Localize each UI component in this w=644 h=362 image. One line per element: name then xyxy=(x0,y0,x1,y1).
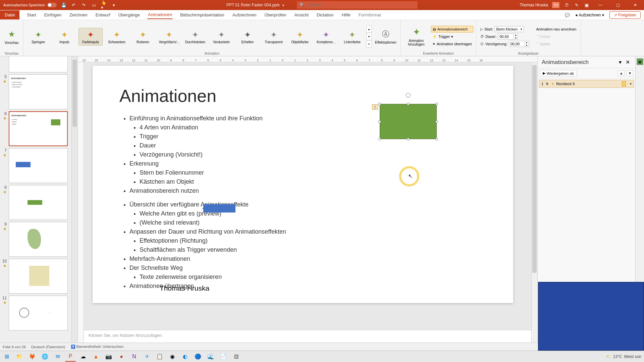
app-icon[interactable]: ⊡ xyxy=(231,352,241,362)
app-icon[interactable]: ● xyxy=(116,352,127,362)
effect-linienfarbe[interactable]: ✦Linienfarbe xyxy=(340,28,364,45)
touch-mode-icon[interactable]: 👆▾ xyxy=(101,2,107,8)
maximize-button[interactable]: ▢ xyxy=(611,0,625,10)
down-icon[interactable]: ▼ xyxy=(366,33,372,40)
accessibility-checker[interactable]: ♿ Barrierefreiheit: Untersuchen xyxy=(71,345,124,349)
tab-slideshow[interactable]: Bildschirmpräsentation xyxy=(179,11,225,19)
trigger-button[interactable]: ⚡Trigger ▾ xyxy=(431,33,473,40)
explorer-icon[interactable]: 📁 xyxy=(14,352,25,362)
thumb-scrollbar[interactable] xyxy=(71,56,77,343)
chrome-icon[interactable]: 🌐 xyxy=(40,352,50,362)
slide-counter[interactable]: Folie 6 von 26 xyxy=(3,345,26,349)
resize-handle[interactable] xyxy=(378,120,381,123)
pen-icon[interactable]: ✎ xyxy=(574,2,580,8)
tab-review[interactable]: Überprüfen xyxy=(264,11,287,19)
tab-start[interactable]: Start xyxy=(26,11,37,19)
resize-handle[interactable] xyxy=(435,103,438,105)
outlook-icon[interactable]: ✉ xyxy=(52,352,63,362)
arrow-shape[interactable] xyxy=(203,204,235,213)
duration-spinner[interactable]: ▲▼ xyxy=(498,34,518,40)
effect-options-button[interactable]: Ⓐ Effektoptionen xyxy=(374,28,398,46)
animation-entry[interactable]: 1 🖱 ✦ Rechteck 9 ▾ xyxy=(539,80,634,88)
close-pane-icon[interactable]: ✕ xyxy=(624,59,631,65)
tab-view[interactable]: Ansicht xyxy=(293,11,309,19)
toggle-off-icon[interactable] xyxy=(47,3,57,7)
animation-painter-button[interactable]: ✦Animation übertragen xyxy=(431,41,473,47)
window-icon[interactable]: ▣ xyxy=(584,2,590,8)
gallery-scroll[interactable]: ▲▼▾ xyxy=(366,25,372,48)
delay-spinner[interactable]: ▲▼ xyxy=(509,41,529,47)
preview-button[interactable]: ★ Vorschau xyxy=(2,27,22,46)
slide-thumb-7[interactable] xyxy=(9,148,68,183)
effect-objektfarbe[interactable]: ✦Objektfarbe xyxy=(288,28,312,45)
app-icon[interactable]: 🔵 xyxy=(193,352,203,362)
firefox-icon[interactable]: 🦊 xyxy=(27,352,38,362)
effect-rotieren[interactable]: ✦Rotieren xyxy=(131,28,155,45)
telegram-icon[interactable]: ✈ xyxy=(142,352,152,362)
slide-thumb-9[interactable] xyxy=(9,222,68,257)
effect-durchtraenken[interactable]: ✦Durchtränken xyxy=(183,28,207,45)
start-select[interactable]: Beim Klicken xyxy=(494,26,524,32)
notes-pane[interactable]: Klicken Sie, um Notizen hinzuzufügen xyxy=(84,330,531,343)
comments-icon[interactable]: 💬 xyxy=(565,13,570,17)
vlc-icon[interactable]: ▲ xyxy=(91,352,101,362)
save-icon[interactable]: 💾 xyxy=(61,2,67,8)
qat-more-icon[interactable]: ▾ xyxy=(111,2,117,8)
effect-springen[interactable]: ✦Springen xyxy=(26,28,50,45)
tab-dictation[interactable]: Dictation xyxy=(316,11,334,19)
more-icon[interactable]: ▾ xyxy=(366,40,372,48)
slide-thumb[interactable] xyxy=(9,56,68,72)
edge-icon[interactable]: 🌊 xyxy=(205,352,216,362)
tab-help[interactable]: Hilfe xyxy=(341,11,351,19)
effect-transparent[interactable]: ✦Transparent xyxy=(262,28,286,45)
slide-canvas[interactable]: Animationen Einführung in Animationseffe… xyxy=(93,66,513,303)
onenote-icon[interactable]: N xyxy=(129,352,140,362)
redo-icon[interactable]: ↷ xyxy=(81,2,87,8)
close-button[interactable]: ✕ xyxy=(629,0,642,10)
move-down-icon[interactable]: ▼ xyxy=(627,70,633,76)
play-from-button[interactable]: ▶ Wiedergeben ab xyxy=(540,70,577,76)
effect-verdunkeln[interactable]: ✦Verdunkeln xyxy=(209,28,233,45)
from-beginning-icon[interactable]: ▭ xyxy=(91,2,97,8)
effect-vergroessern[interactable]: ✦Vergrößern/... xyxy=(157,28,181,45)
slide-thumb-5[interactable]: Animationen• Lorem ipsum• dolor sit amet… xyxy=(9,74,68,109)
undo-icon[interactable]: ↶ xyxy=(71,2,77,8)
animation-pane-button[interactable]: ▤Animationsbereich xyxy=(431,26,473,33)
obs-icon[interactable]: ◉ xyxy=(167,352,178,362)
content-placeholder[interactable]: Einführung in Animationseffekte und ihre… xyxy=(119,114,486,291)
resize-handle[interactable] xyxy=(407,103,410,105)
tab-record[interactable]: Aufzeichnen xyxy=(232,11,257,19)
effect-kompleme[interactable]: ✦Kompleme... xyxy=(314,28,338,45)
history-icon[interactable]: ⏱ xyxy=(564,2,570,8)
up-icon[interactable]: ▲ xyxy=(366,25,372,33)
effect-impuls[interactable]: ✦Impuls xyxy=(52,28,76,45)
resize-handle[interactable] xyxy=(378,103,381,105)
start-menu-icon[interactable]: ⊞ xyxy=(1,352,12,362)
app-icon[interactable]: 📄 xyxy=(218,352,229,362)
rectangle-shape[interactable]: 1 xyxy=(380,104,437,139)
tab-transitions[interactable]: Übergänge xyxy=(118,11,141,19)
down-icon[interactable]: ▼ xyxy=(525,44,529,47)
tool-icon[interactable]: ▦ xyxy=(637,58,643,65)
powerpoint-icon[interactable]: P xyxy=(65,352,76,362)
share-button[interactable]: ↗ Freigeben xyxy=(609,11,641,19)
scroll-thumb[interactable] xyxy=(532,65,537,273)
slide-thumb-6[interactable]: Animationen• Lorem• ipsum• dolor xyxy=(9,111,68,146)
tab-file[interactable]: Datei xyxy=(0,10,19,19)
effect-erhellen[interactable]: ✦Erhellen xyxy=(235,28,260,45)
resize-handle[interactable] xyxy=(407,138,410,140)
autosave-toggle[interactable]: Automatisches Speichern xyxy=(3,3,57,7)
app-icon[interactable]: ◐ xyxy=(180,352,191,362)
editor-scrollbar[interactable] xyxy=(531,62,537,343)
animation-tag[interactable]: 1 xyxy=(372,104,378,110)
tab-format[interactable]: Formformat xyxy=(358,11,382,19)
move-up-icon[interactable]: ▲ xyxy=(618,70,625,76)
search-input[interactable] xyxy=(307,3,415,7)
app-icon[interactable]: 📋 xyxy=(154,352,165,362)
app-icon[interactable]: 📷 xyxy=(103,352,114,362)
down-icon[interactable]: ▼ xyxy=(514,37,518,40)
chevron-down-icon[interactable]: ▾ xyxy=(616,59,624,65)
user-avatar[interactable]: TH xyxy=(552,2,559,8)
add-animation-button[interactable]: ✦ Animation hinzufügen xyxy=(404,25,429,48)
slide-thumb-10[interactable] xyxy=(9,259,68,294)
